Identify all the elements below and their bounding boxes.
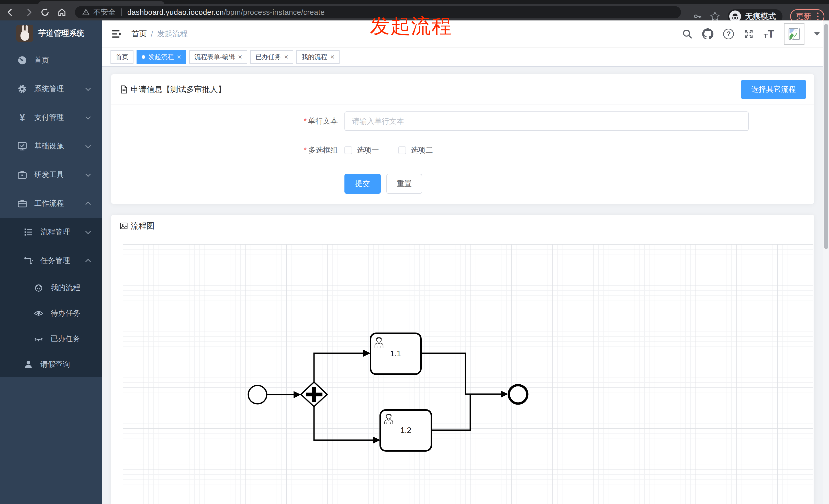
font-size-icon[interactable]: TT xyxy=(763,29,774,39)
security-label: 不安全 xyxy=(93,7,116,17)
search-icon[interactable] xyxy=(682,29,692,39)
task-label: 1.2 xyxy=(400,426,411,435)
bookmark-star-icon[interactable] xyxy=(710,11,720,22)
form-row-text: *单行文本 xyxy=(229,111,814,131)
chevron-down-icon xyxy=(85,86,91,91)
close-icon[interactable]: × xyxy=(238,53,242,61)
github-icon[interactable] xyxy=(702,28,713,40)
apply-form: *单行文本 *多选框组 xyxy=(111,105,814,194)
form-buttons: 提交 重置 xyxy=(345,174,814,194)
chevron-down-icon xyxy=(85,143,91,148)
tag-home[interactable]: 首页 xyxy=(110,50,134,64)
forward-icon[interactable] xyxy=(24,8,34,17)
bpmn-canvas[interactable]: 1.1 1.2 xyxy=(123,244,814,504)
chevron-up-icon xyxy=(85,259,91,264)
eye-open-icon xyxy=(34,308,43,318)
page-scrollbar[interactable] xyxy=(823,21,829,504)
close-icon[interactable]: × xyxy=(330,53,334,61)
reload-icon[interactable] xyxy=(40,8,49,17)
sidebar-item-system[interactable]: 系统管理 xyxy=(0,75,102,103)
sidebar-item-devtools[interactable]: 研发工具 xyxy=(0,160,102,189)
sidebar-item-done-tasks[interactable]: 已办任务 xyxy=(0,326,102,352)
app-logo-image xyxy=(16,25,33,42)
submit-button[interactable]: 提交 xyxy=(345,174,381,194)
image-icon xyxy=(119,222,128,230)
sidebar-item-infra[interactable]: 基础设施 xyxy=(0,132,102,160)
browser-tabstrip xyxy=(0,0,829,4)
active-dot-icon xyxy=(142,55,145,59)
reset-button[interactable]: 重置 xyxy=(386,174,422,194)
sidebar-item-my-process[interactable]: 我的流程 xyxy=(0,275,102,301)
gear-icon xyxy=(17,84,27,94)
close-icon[interactable]: × xyxy=(177,53,181,61)
breadcrumb: 首页 / 发起流程 xyxy=(132,29,188,39)
tag-create-process[interactable]: 发起流程 × xyxy=(137,50,186,64)
sidebar-item-label: 流程管理 xyxy=(40,227,70,237)
toolbox-icon xyxy=(17,170,27,180)
bpmn-parallel-gateway[interactable] xyxy=(301,382,327,406)
app-window: 芋道管理系统 首页 系统管理 xyxy=(0,21,829,504)
sidebar-item-todo-tasks[interactable]: 待办任务 xyxy=(0,301,102,326)
home-icon[interactable] xyxy=(57,8,67,17)
password-key-icon[interactable] xyxy=(693,12,702,21)
url-path: /bpm/process-instance/create xyxy=(224,8,324,16)
sidebar-item-payment[interactable]: ¥ 支付管理 xyxy=(0,103,102,132)
briefcase-icon xyxy=(17,199,27,208)
monitor-icon xyxy=(17,141,27,151)
required-mark: * xyxy=(304,146,307,154)
sidebar-item-label: 已办任务 xyxy=(50,334,80,344)
sidebar-item-label: 基础设施 xyxy=(34,141,64,151)
avatar-caret-icon[interactable] xyxy=(814,32,820,36)
flow-icon xyxy=(24,256,33,266)
process-diagram-card: 流程图 xyxy=(111,215,815,504)
avatar[interactable] xyxy=(784,23,804,45)
single-line-text-input[interactable] xyxy=(345,111,749,131)
user-icon xyxy=(24,360,33,369)
tag-form-edit[interactable]: 流程表单-编辑 × xyxy=(189,50,247,64)
field-label: *单行文本 xyxy=(229,116,338,126)
sidebar-item-leave-query[interactable]: 请假查询 xyxy=(0,352,102,377)
checkbox-option-2[interactable]: 选项二 xyxy=(398,145,433,155)
chevron-down-icon xyxy=(85,114,91,120)
scrollbar-thumb[interactable] xyxy=(824,24,828,249)
fullscreen-icon[interactable] xyxy=(744,29,754,39)
sidebar-item-label: 系统管理 xyxy=(34,84,64,94)
sidebar-item-task-mgmt[interactable]: 任务管理 xyxy=(0,246,102,275)
sidebar-item-process-mgmt[interactable]: 流程管理 xyxy=(0,218,102,246)
update-label: 更新 xyxy=(796,11,812,22)
breadcrumb-separator: / xyxy=(151,30,153,38)
browser-menu-icon[interactable] xyxy=(817,12,819,20)
bpmn-start-event[interactable] xyxy=(248,385,267,404)
tags-view: 首页 发起流程 × 流程表单-编辑 × 已办任务 × 我的流程 × xyxy=(102,47,829,67)
tag-done-tasks[interactable]: 已办任务 × xyxy=(250,50,293,64)
url-divider xyxy=(121,8,122,16)
sidebar-logo[interactable]: 芋道管理系统 xyxy=(0,21,102,46)
sidebar-item-label: 工作流程 xyxy=(34,198,64,208)
broken-image-icon xyxy=(788,27,800,41)
bpmn-user-task-1-1[interactable]: 1.1 xyxy=(370,333,421,374)
chevron-down-icon xyxy=(85,229,91,234)
checkbox-icon[interactable] xyxy=(398,147,406,154)
hamburger-icon[interactable] xyxy=(111,29,122,39)
app-title: 芋道管理系统 xyxy=(38,28,84,39)
choose-other-process-button[interactable]: 选择其它流程 xyxy=(741,80,806,99)
tree-list-icon xyxy=(24,227,33,237)
apply-card-header: 申请信息【测试多审批人】 选择其它流程 xyxy=(111,74,814,105)
navbar-actions: ? TT xyxy=(682,23,820,45)
help-icon[interactable]: ? xyxy=(723,29,734,39)
checkbox-icon[interactable] xyxy=(345,147,352,154)
not-secure-icon xyxy=(82,8,90,16)
page-content: 申请信息【测试多审批人】 选择其它流程 *单行文本 xyxy=(102,67,829,504)
sidebar-item-home[interactable]: 首页 xyxy=(0,46,102,75)
close-icon[interactable]: × xyxy=(284,53,288,61)
back-icon[interactable] xyxy=(6,8,15,17)
dashboard-icon xyxy=(17,55,27,65)
browser-active-tab[interactable] xyxy=(38,1,164,4)
bpmn-user-task-1-2[interactable]: 1.2 xyxy=(380,410,431,451)
bpmn-end-event[interactable] xyxy=(509,385,527,403)
breadcrumb-home[interactable]: 首页 xyxy=(132,29,147,39)
breadcrumb-current: 发起流程 xyxy=(157,29,188,39)
tag-my-process[interactable]: 我的流程 × xyxy=(296,50,339,64)
sidebar-item-workflow[interactable]: 工作流程 xyxy=(0,189,102,218)
checkbox-option-1[interactable]: 选项一 xyxy=(345,145,379,155)
